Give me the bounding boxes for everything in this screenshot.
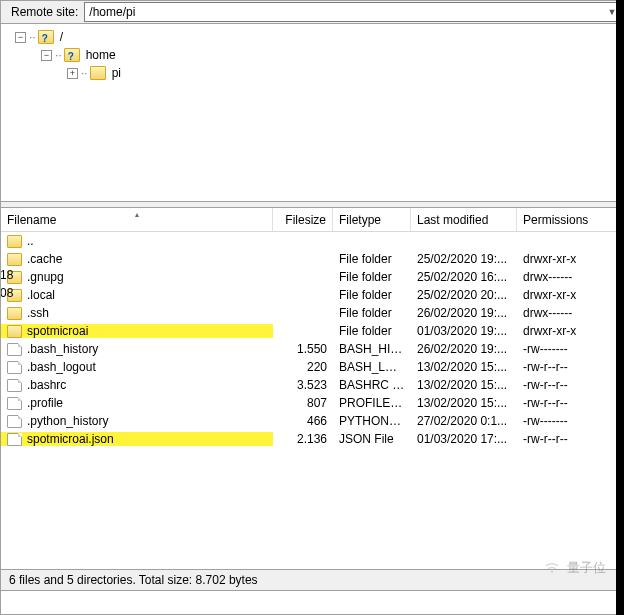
file-icon [7, 397, 22, 410]
tree-label: home [84, 46, 118, 64]
cell-filetype: BASH_HIST... [333, 342, 411, 356]
table-row[interactable]: .bash_logout220BASH_LOG...13/02/2020 15:… [1, 358, 624, 376]
cell-modified: 27/02/2020 0:1... [411, 414, 517, 428]
collapse-icon[interactable]: − [15, 32, 26, 43]
table-row[interactable]: spotmicroaiFile folder01/03/2020 19:...d… [1, 322, 624, 340]
file-name: .. [27, 234, 34, 248]
file-name: .python_history [27, 414, 108, 428]
parent-dir-row[interactable]: .. [1, 232, 624, 250]
expand-icon[interactable]: + [67, 68, 78, 79]
file-list-body[interactable]: ...cacheFile folder25/02/2020 19:...drwx… [1, 232, 624, 569]
column-header-permissions[interactable]: Permissions [517, 208, 597, 231]
column-label: Filesize [285, 213, 326, 227]
file-name: spotmicroai [27, 324, 88, 338]
remote-site-combo[interactable]: ▼ [84, 2, 621, 22]
column-label: Filetype [339, 213, 381, 227]
queue-tabs [1, 591, 624, 615]
cell-filename: spotmicroai [1, 324, 273, 338]
file-name: .bash_history [27, 342, 98, 356]
cell-filename: .cache [1, 252, 273, 266]
cell-permissions: drwx------ [517, 306, 597, 320]
cell-modified: 13/02/2020 15:... [411, 360, 517, 374]
folder-icon [7, 253, 22, 266]
cell-modified: 13/02/2020 15:... [411, 378, 517, 392]
tree-node-pi[interactable]: + ·· pi [7, 64, 624, 82]
directory-tree[interactable]: − ·· / − ·· home + ·· pi [1, 24, 624, 202]
file-name: .cache [27, 252, 62, 266]
cell-modified: 25/02/2020 20:... [411, 288, 517, 302]
table-row[interactable]: spotmicroai.json2.136JSON File01/03/2020… [1, 430, 624, 448]
table-row[interactable]: .profile807PROFILE File13/02/2020 15:...… [1, 394, 624, 412]
column-header-filetype[interactable]: Filetype [333, 208, 411, 231]
cell-filename: .bash_history [1, 342, 273, 356]
remote-site-input[interactable] [85, 5, 604, 19]
column-header-row: Filename ▴ Filesize Filetype Last modifi… [1, 208, 624, 232]
table-row[interactable]: .bashrc3.523BASHRC File13/02/2020 15:...… [1, 376, 624, 394]
status-text: 6 files and 5 directories. Total size: 8… [9, 573, 258, 587]
cell-permissions: -rw-r--r-- [517, 360, 597, 374]
cell-permissions: -rw-r--r-- [517, 396, 597, 410]
folder-icon [7, 235, 22, 248]
table-row[interactable]: .localFile folder25/02/2020 20:...drwxr-… [1, 286, 624, 304]
file-icon [7, 415, 22, 428]
table-row[interactable]: .bash_history1.550BASH_HIST...26/02/2020… [1, 340, 624, 358]
cell-filetype: PROFILE File [333, 396, 411, 410]
cell-modified: 25/02/2020 16:... [411, 270, 517, 284]
folder-icon [7, 325, 22, 338]
cell-modified: 01/03/2020 19:... [411, 324, 517, 338]
folder-icon [38, 30, 54, 44]
cell-permissions: drwxr-xr-x [517, 252, 597, 266]
file-name: .gnupg [27, 270, 64, 284]
file-name: .profile [27, 396, 63, 410]
table-row[interactable]: .sshFile folder26/02/2020 19:...drwx----… [1, 304, 624, 322]
status-bar: 6 files and 5 directories. Total size: 8… [1, 569, 624, 591]
cell-filename: .bash_logout [1, 360, 273, 374]
cell-filename: .python_history [1, 414, 273, 428]
cell-filename: spotmicroai.json [1, 432, 273, 446]
cell-filetype: BASH_LOG... [333, 360, 411, 374]
cell-modified: 01/03/2020 17:... [411, 432, 517, 446]
column-header-filename[interactable]: Filename ▴ [1, 208, 273, 231]
cropped-edge-text: 18 08 [1, 266, 13, 302]
tree-node-home[interactable]: − ·· home [7, 46, 624, 64]
cell-permissions: -rw-r--r-- [517, 378, 597, 392]
cell-filename: .local [1, 288, 273, 302]
table-row[interactable]: .cacheFile folder25/02/2020 19:...drwxr-… [1, 250, 624, 268]
cell-permissions: -rw------- [517, 414, 597, 428]
cell-filesize: 466 [273, 414, 333, 428]
tree-connector-icon: ·· [29, 28, 36, 46]
folder-icon [90, 66, 106, 80]
cell-filesize: 807 [273, 396, 333, 410]
cell-filesize: 220 [273, 360, 333, 374]
column-label: Permissions [523, 213, 588, 227]
cell-filetype: File folder [333, 252, 411, 266]
file-icon [7, 361, 22, 374]
column-label: Last modified [417, 213, 488, 227]
cell-filetype: BASHRC File [333, 378, 411, 392]
tree-node-root[interactable]: − ·· / [7, 28, 624, 46]
cell-modified: 26/02/2020 19:... [411, 306, 517, 320]
tree-label: / [58, 28, 65, 46]
cell-modified: 13/02/2020 15:... [411, 396, 517, 410]
cell-filetype: File folder [333, 324, 411, 338]
cell-filetype: File folder [333, 306, 411, 320]
file-icon [7, 433, 22, 446]
sort-asc-icon: ▴ [135, 210, 139, 219]
window-right-border [616, 0, 624, 615]
table-row[interactable]: .python_history466PYTHON_...27/02/2020 0… [1, 412, 624, 430]
remote-site-bar: Remote site: ▼ [1, 0, 624, 24]
cell-filesize: 3.523 [273, 378, 333, 392]
file-list-pane: Filename ▴ Filesize Filetype Last modifi… [1, 208, 624, 569]
cell-filename: .bashrc [1, 378, 273, 392]
column-header-modified[interactable]: Last modified [411, 208, 517, 231]
table-row[interactable]: .gnupgFile folder25/02/2020 16:...drwx--… [1, 268, 624, 286]
column-header-filesize[interactable]: Filesize [273, 208, 333, 231]
tree-connector-icon: ·· [81, 64, 88, 82]
folder-icon [64, 48, 80, 62]
cell-permissions: -rw------- [517, 342, 597, 356]
cell-filename: .. [1, 234, 273, 248]
file-name: .ssh [27, 306, 49, 320]
collapse-icon[interactable]: − [41, 50, 52, 61]
file-name: .bashrc [27, 378, 66, 392]
cell-permissions: -rw-r--r-- [517, 432, 597, 446]
